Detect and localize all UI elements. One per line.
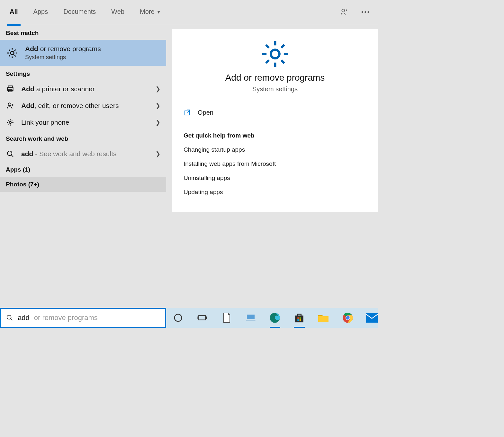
search-input[interactable]: add or remove programs xyxy=(0,308,166,328)
best-match-title: Add or remove programs xyxy=(25,45,101,53)
more-options-icon[interactable]: ••• xyxy=(361,9,370,16)
tab-documents[interactable]: Documents xyxy=(63,8,96,17)
help-link[interactable]: Updating apps xyxy=(184,189,366,196)
search-results-panel: All Apps Documents Web More ▼ ••• Best m… xyxy=(0,0,378,308)
help-link[interactable]: Installing web apps from Microsoft xyxy=(184,160,366,167)
gear-icon xyxy=(260,39,290,69)
svg-point-5 xyxy=(8,103,11,106)
svg-rect-15 xyxy=(297,317,299,319)
svg-point-7 xyxy=(7,151,12,156)
chevron-right-icon: ❯ xyxy=(156,85,160,93)
collapse-apps[interactable]: Apps (1) xyxy=(0,162,166,177)
collapse-photos[interactable]: Photos (7+) xyxy=(0,177,166,192)
edge-icon[interactable] xyxy=(269,311,281,325)
chevron-down-icon: ▼ xyxy=(157,9,161,14)
cortana-icon[interactable] xyxy=(172,311,184,325)
svg-point-8 xyxy=(271,50,279,58)
svg-point-1 xyxy=(11,51,14,55)
settings-item-add-printer[interactable]: Add a printer or scanner ❯ xyxy=(0,81,166,97)
open-icon xyxy=(184,109,191,116)
feedback-icon[interactable] xyxy=(340,8,348,17)
svg-rect-4 xyxy=(9,90,12,92)
tab-more[interactable]: More ▼ xyxy=(140,8,161,17)
section-work-web: Search work and web xyxy=(0,131,166,146)
laptop-app-icon[interactable] xyxy=(245,311,256,325)
svg-point-21 xyxy=(346,316,349,319)
detail-card: Add or remove programs System settings O… xyxy=(172,29,378,212)
svg-point-6 xyxy=(9,121,12,124)
help-heading: Get quick help from web xyxy=(184,132,366,139)
tabs-bar: All Apps Documents Web More ▼ ••• xyxy=(0,0,378,25)
svg-rect-14 xyxy=(295,316,303,322)
help-link[interactable]: Changing startup apps xyxy=(184,146,366,153)
detail-subtitle: System settings xyxy=(178,85,372,93)
libreoffice-icon[interactable] xyxy=(221,311,232,325)
svg-rect-16 xyxy=(300,317,301,319)
settings-item-link-phone[interactable]: Link your phone ❯ xyxy=(0,114,166,131)
svg-point-0 xyxy=(342,9,345,12)
results-list: Best match Add or remove programs System… xyxy=(0,25,166,308)
svg-rect-12 xyxy=(199,316,205,320)
gear-icon xyxy=(6,47,19,59)
best-match-subtitle: System settings xyxy=(25,54,101,61)
svg-point-10 xyxy=(7,315,11,319)
settings-item-add-users[interactable]: Add, edit, or remove other users ❯ xyxy=(0,97,166,114)
search-icon xyxy=(6,149,15,158)
svg-rect-18 xyxy=(300,319,301,321)
detail-title: Add or remove programs xyxy=(178,73,372,83)
search-typed-text: add xyxy=(18,314,30,322)
best-match-result[interactable]: Add or remove programs System settings xyxy=(0,40,166,66)
section-settings: Settings xyxy=(0,66,166,81)
tab-apps[interactable]: Apps xyxy=(33,8,48,17)
add-user-icon xyxy=(6,101,15,110)
mail-icon[interactable] xyxy=(366,311,378,325)
web-search-item[interactable]: add - See work and web results ❯ xyxy=(0,146,166,162)
file-explorer-icon[interactable] xyxy=(318,311,329,325)
help-link[interactable]: Uninstalling apps xyxy=(184,174,366,182)
section-best-match: Best match xyxy=(0,25,166,40)
chevron-right-icon: ❯ xyxy=(156,150,160,157)
tab-all[interactable]: All xyxy=(10,8,18,17)
svg-point-11 xyxy=(174,314,182,322)
tab-web[interactable]: Web xyxy=(111,8,124,17)
task-view-icon[interactable] xyxy=(196,311,208,325)
microsoft-store-icon[interactable] xyxy=(293,311,305,325)
taskbar xyxy=(166,308,378,328)
search-icon xyxy=(6,314,13,321)
svg-rect-22 xyxy=(366,313,378,323)
open-action[interactable]: Open xyxy=(172,102,378,123)
chrome-icon[interactable] xyxy=(342,311,354,325)
chevron-right-icon: ❯ xyxy=(156,102,160,109)
chevron-right-icon: ❯ xyxy=(156,119,160,126)
printer-icon xyxy=(6,85,15,94)
svg-rect-17 xyxy=(297,319,299,321)
search-suggestion-text: or remove programs xyxy=(34,314,98,322)
gear-icon xyxy=(6,118,15,127)
